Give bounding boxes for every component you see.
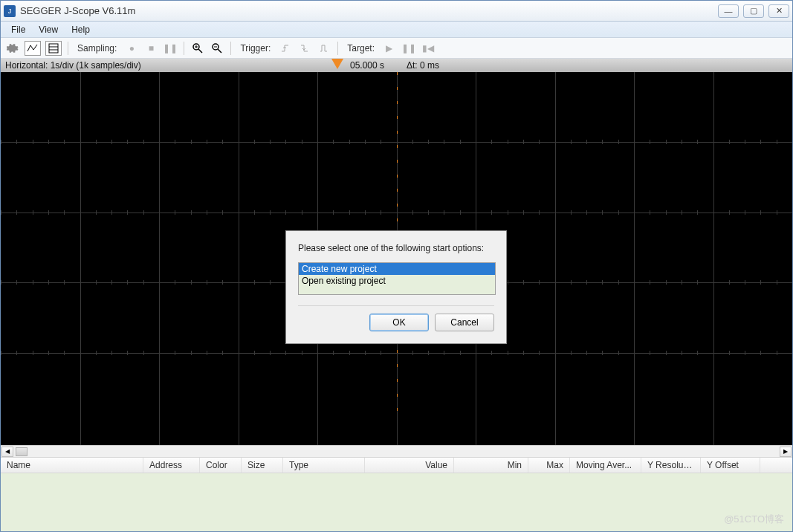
menubar: File View Help (1, 22, 792, 38)
table-body[interactable] (1, 473, 792, 531)
cancel-button[interactable]: Cancel (435, 314, 494, 331)
zoom-out-icon[interactable] (210, 41, 224, 56)
horizontal-info: Horizontal: 1s/div (1k samples/div) (5, 60, 141, 71)
zoom-in-icon[interactable] (190, 41, 205, 56)
menu-view[interactable]: View (33, 23, 64, 36)
table-header: Name Address Color Size Type Value Min M… (1, 457, 792, 473)
pause-icon[interactable]: ❚❚ (163, 41, 178, 56)
sampling-label: Sampling: (77, 43, 117, 53)
scroll-thumb[interactable] (16, 447, 27, 456)
line-mode-icon[interactable] (25, 41, 41, 56)
col-y-res[interactable]: Y Resoluti... (641, 458, 701, 473)
trigger-label: Trigger: (240, 43, 271, 53)
list-mode-icon[interactable] (45, 41, 62, 56)
horizontal-scrollbar[interactable]: ◀ ▶ (1, 445, 792, 457)
target-label: Target: (347, 43, 375, 53)
separator (230, 42, 231, 55)
separator (68, 42, 68, 55)
menu-help[interactable]: Help (65, 23, 96, 36)
ok-button[interactable]: OK (369, 314, 429, 331)
col-moving-avg[interactable]: Moving Aver... (570, 458, 641, 473)
play-icon[interactable]: ▶ (382, 41, 397, 56)
col-color[interactable]: Color (200, 458, 242, 473)
option-create-project[interactable]: Create new project (299, 263, 495, 275)
menu-file[interactable]: File (5, 23, 31, 36)
trigger-rising-icon[interactable] (278, 41, 293, 56)
time-marker-icon[interactable] (331, 59, 343, 69)
scroll-right-button[interactable]: ▶ (780, 447, 792, 457)
dt-value: Δt: 0 ms (407, 60, 439, 71)
maximize-button[interactable]: ▢ (743, 4, 764, 18)
minimize-button[interactable]: — (718, 4, 739, 18)
gear-icon[interactable] (5, 41, 20, 56)
col-value[interactable]: Value (365, 458, 454, 473)
window-title: SEGGER J-Scope V6.11m (20, 5, 718, 16)
trigger-falling-icon[interactable] (297, 41, 312, 56)
infobar: Horizontal: 1s/div (1k samples/div) 05.0… (1, 59, 792, 72)
option-open-project[interactable]: Open existing project (299, 275, 495, 287)
start-options-dialog: Please select one of the following start… (285, 230, 507, 344)
svg-line-4 (198, 49, 202, 53)
dialog-separator (298, 305, 494, 306)
separator (337, 42, 338, 55)
dialog-prompt: Please select one of the following start… (298, 243, 494, 253)
col-y-off[interactable]: Y Offset (701, 458, 760, 473)
svg-line-8 (218, 49, 221, 53)
separator (184, 42, 184, 55)
dialog-buttons: OK Cancel (298, 314, 494, 331)
col-type[interactable]: Type (283, 458, 365, 473)
toolbar: Sampling: ● ■ ❚❚ Trigger: Target: ▶ ❚❚ ▮… (1, 38, 792, 59)
time-value: 05.000 s (350, 60, 384, 71)
col-address[interactable]: Address (143, 458, 200, 473)
col-max[interactable]: Max (528, 458, 570, 473)
col-name[interactable]: Name (1, 458, 143, 473)
scroll-left-button[interactable]: ◀ (1, 447, 13, 457)
titlebar: J SEGGER J-Scope V6.11m — ▢ ✕ (1, 1, 792, 22)
svg-rect-0 (49, 44, 58, 53)
close-button[interactable]: ✕ (768, 4, 789, 18)
col-min[interactable]: Min (454, 458, 528, 473)
app-icon: J (4, 5, 16, 17)
options-listbox[interactable]: Create new project Open existing project (298, 262, 496, 295)
col-size[interactable]: Size (242, 458, 283, 473)
skip-back-icon[interactable]: ▮◀ (421, 41, 436, 56)
pause-target-icon[interactable]: ❚❚ (401, 41, 416, 56)
window-controls: — ▢ ✕ (718, 4, 789, 18)
trigger-both-icon[interactable] (317, 41, 331, 56)
record-icon[interactable]: ● (124, 41, 139, 56)
stop-icon[interactable]: ■ (143, 41, 158, 56)
